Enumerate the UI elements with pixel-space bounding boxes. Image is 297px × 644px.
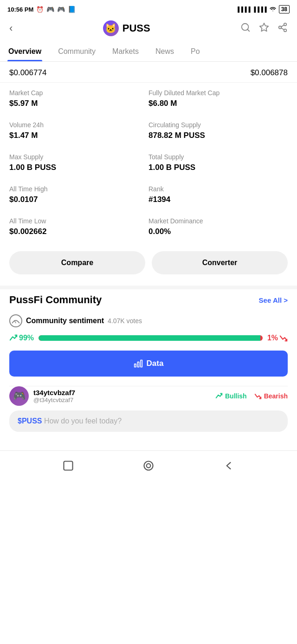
game-icon: 🎮 bbox=[57, 6, 65, 13]
signal-icon: ▐▐▐▐ bbox=[236, 7, 250, 12]
svg-point-13 bbox=[147, 464, 151, 468]
post-input-highlight: $PUSS bbox=[18, 417, 42, 425]
svg-rect-9 bbox=[137, 362, 139, 367]
stat-all-time-low: All Time Low $0.002662 bbox=[9, 211, 148, 243]
price-high: $0.006878 bbox=[251, 68, 288, 78]
stat-total-supply: Total Supply 1.00 B PUSS bbox=[148, 147, 288, 179]
stat-rank: Rank #1394 bbox=[148, 179, 288, 211]
user-info: 🎮 t34ytcvbzaf7 @t34ytcvbzaf7 bbox=[9, 386, 75, 406]
stat-all-time-high: All Time High $0.0107 bbox=[9, 179, 148, 211]
stat-circulating-supply: Circulating Supply 878.82 M PUSS bbox=[148, 115, 288, 147]
search-icon[interactable] bbox=[240, 22, 251, 34]
stat-max-supply: Max Supply 1.00 B PUSS bbox=[9, 147, 148, 179]
stats-grid: Market Cap $5.97 M Fully Diluted Market … bbox=[0, 83, 297, 243]
nav-home-button[interactable] bbox=[140, 457, 157, 474]
price-row: $0.006774 $0.006878 bbox=[0, 62, 297, 82]
nav-back-button[interactable] bbox=[220, 457, 237, 474]
community-section: PussFi Community See All > Community sen… bbox=[0, 289, 297, 446]
tab-overview[interactable]: Overview bbox=[0, 42, 50, 61]
price-low: $0.006774 bbox=[9, 68, 46, 78]
tab-news[interactable]: News bbox=[147, 42, 182, 61]
battery-icon: 38 bbox=[279, 5, 290, 13]
svg-marker-2 bbox=[260, 23, 268, 31]
user-handle: @t34ytcvbzaf7 bbox=[33, 397, 75, 403]
sentiment-gauge-icon bbox=[9, 314, 22, 327]
favorite-icon[interactable] bbox=[259, 22, 269, 34]
stat-market-dominance: Market Dominance 0.00% bbox=[148, 211, 288, 243]
sentiment-actions: Bullish Bearish bbox=[215, 392, 288, 400]
user-row: 🎮 t34ytcvbzaf7 @t34ytcvbzaf7 Bullish bbox=[9, 386, 288, 406]
sentiment-label: Community sentiment bbox=[26, 317, 104, 325]
bearish-percentage: 1% bbox=[267, 334, 288, 342]
post-input[interactable]: $PUSS How do you feel today? bbox=[9, 410, 288, 432]
coin-title: 🐱 PUSS bbox=[103, 20, 150, 36]
svg-line-7 bbox=[281, 25, 284, 27]
svg-rect-11 bbox=[64, 461, 72, 470]
compare-button[interactable]: Compare bbox=[9, 251, 145, 274]
nav-square-button[interactable] bbox=[60, 457, 77, 474]
tab-bar: Overview Community Markets News Po bbox=[0, 42, 297, 62]
sentiment-bar-row: 99% 1% bbox=[9, 334, 288, 342]
user-post: 🎮 t34ytcvbzaf7 @t34ytcvbzaf7 Bullish bbox=[9, 386, 288, 446]
coin-name: PUSS bbox=[123, 22, 150, 34]
discord-icon: 🎮 bbox=[46, 6, 54, 13]
post-input-placeholder: How do you feel today? bbox=[42, 417, 122, 425]
sentiment-header: Community sentiment 4.07K votes bbox=[9, 314, 288, 327]
svg-line-6 bbox=[281, 28, 284, 30]
back-button[interactable]: ‹ bbox=[9, 22, 13, 34]
share-icon[interactable] bbox=[278, 22, 288, 34]
tab-markets[interactable]: Markets bbox=[104, 42, 147, 61]
action-buttons: Compare Converter bbox=[0, 243, 297, 286]
svg-rect-10 bbox=[134, 364, 136, 367]
coin-avatar: 🐱 bbox=[103, 20, 119, 36]
stat-volume-24h: Volume 24h $1.47 M bbox=[9, 115, 148, 147]
bullish-percentage: 99% bbox=[9, 334, 34, 342]
sentiment-votes: 4.07K votes bbox=[108, 317, 142, 325]
community-header: PussFi Community See All > bbox=[9, 294, 288, 306]
svg-rect-8 bbox=[141, 360, 142, 367]
avatar: 🎮 bbox=[9, 386, 29, 406]
stat-market-cap: Market Cap $5.97 M bbox=[9, 83, 148, 115]
data-button[interactable]: Data bbox=[9, 351, 288, 377]
bullish-button[interactable]: Bullish bbox=[215, 392, 247, 400]
svg-point-12 bbox=[144, 461, 153, 470]
facebook-icon: 📘 bbox=[68, 6, 76, 13]
time: 10:56 PM bbox=[7, 6, 33, 13]
stat-fully-diluted: Fully Diluted Market Cap $6.80 M bbox=[148, 83, 288, 115]
bottom-nav bbox=[0, 450, 297, 482]
status-bar: 10:56 PM ⏰ 🎮 🎮 📘 ▐▐▐▐ ▐▐▐▐ 38 bbox=[0, 0, 297, 17]
header-actions bbox=[240, 22, 288, 34]
sentiment-bar bbox=[39, 335, 263, 341]
converter-button[interactable]: Converter bbox=[152, 251, 288, 274]
alarm-icon: ⏰ bbox=[36, 6, 44, 13]
see-all-button[interactable]: See All > bbox=[259, 296, 288, 304]
signal2-icon: ▐▐▐▐ bbox=[252, 7, 266, 12]
username: t34ytcvbzaf7 bbox=[33, 389, 75, 397]
bearish-button[interactable]: Bearish bbox=[254, 392, 288, 400]
community-title: PussFi Community bbox=[9, 294, 102, 306]
tab-po[interactable]: Po bbox=[182, 42, 208, 61]
header: ‹ 🐱 PUSS bbox=[0, 17, 297, 42]
wifi-icon bbox=[269, 6, 277, 13]
svg-line-1 bbox=[247, 29, 249, 31]
tab-community[interactable]: Community bbox=[50, 42, 104, 61]
